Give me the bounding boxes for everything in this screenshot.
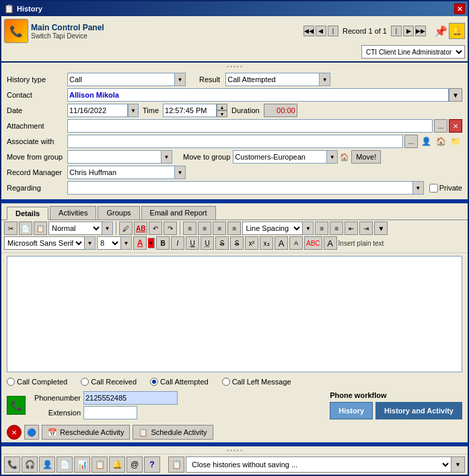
extension-input[interactable] — [83, 406, 137, 419]
history-type-arrow[interactable]: ▼ — [175, 73, 186, 86]
attachment-input[interactable] — [67, 119, 433, 133]
final-bell-button[interactable]: 🔔 — [109, 456, 125, 473]
list-button[interactable]: ≡ — [315, 222, 328, 235]
move-button[interactable]: Move! — [351, 150, 381, 164]
font-color-dropdown[interactable]: ▼ — [148, 238, 155, 248]
style-select[interactable]: Normal — [48, 222, 102, 235]
nav-prev-button[interactable]: ◀ — [316, 26, 326, 36]
line-spacing-select[interactable]: Line Spacing — [242, 222, 303, 235]
font-color-button[interactable]: A — [133, 236, 147, 250]
radio-call-attempted[interactable]: Call Attempted — [150, 378, 209, 386]
final-report-button[interactable]: 📋 — [168, 456, 184, 473]
close-button[interactable]: ✕ — [454, 3, 465, 14]
editor-content[interactable] — [7, 256, 462, 372]
decrease-indent-button[interactable]: ⇤ — [345, 222, 358, 235]
time-down-button[interactable]: ▼ — [217, 110, 227, 117]
associate-folder-icon[interactable]: 📁 — [449, 135, 462, 148]
stop-button[interactable]: ✕ — [7, 425, 22, 440]
superscript-button[interactable]: x² — [245, 236, 258, 250]
align-center-button[interactable]: ≡ — [198, 222, 211, 235]
redo-button[interactable]: ↷ — [164, 222, 177, 235]
move-to-icon[interactable]: 🏠 — [338, 150, 351, 164]
align-right-button[interactable]: ≡ — [213, 222, 226, 235]
pin-button[interactable]: 📌 — [434, 25, 447, 38]
more-button[interactable]: ▼ — [374, 222, 388, 235]
rec-mgr-arrow[interactable]: ▼ — [175, 166, 186, 179]
align-left-button[interactable]: ≡ — [183, 222, 196, 235]
final-phone-button[interactable]: 📞 — [4, 456, 20, 473]
spell-check-button[interactable]: ABC — [304, 236, 322, 250]
schedule-activity-button[interactable]: 📋 Schedule Activity — [133, 425, 213, 440]
date-arrow[interactable]: ▼ — [128, 104, 139, 117]
radio-call-received[interactable]: Call Received — [81, 378, 137, 386]
reschedule-activity-button[interactable]: 📅 Reschedule Activity — [42, 425, 130, 440]
format-button[interactable]: AB — [134, 222, 147, 235]
final-person-button[interactable]: 👤 — [39, 456, 55, 473]
strikethrough2-button[interactable]: S — [230, 236, 244, 250]
copy-button[interactable]: 📄 — [19, 222, 32, 235]
font-family-select[interactable]: Microsoft Sans Serif — [4, 236, 85, 250]
style-arrow[interactable]: ▼ — [102, 222, 113, 235]
final-chart-button[interactable]: 📊 — [74, 456, 90, 473]
reduce-button[interactable]: A — [289, 236, 303, 250]
final-info-button[interactable]: ? — [144, 456, 160, 473]
contact-input[interactable]: Allison Mikola — [67, 88, 449, 102]
line-spacing-arrow[interactable]: ▼ — [303, 222, 314, 235]
tab-activities[interactable]: Activities — [50, 206, 96, 219]
date-input[interactable] — [67, 104, 128, 117]
tab-email-report[interactable]: Email and Report — [141, 206, 216, 219]
font-size-arrow[interactable]: ▼ — [121, 236, 132, 250]
contact-dropdown-button[interactable]: ▼ — [449, 88, 462, 102]
history-activity-workflow-button[interactable]: History and Activity — [375, 402, 462, 419]
yellow-action-button[interactable]: 🔔 — [449, 23, 465, 39]
phone-number-input[interactable] — [83, 391, 178, 405]
tab-details[interactable]: Details — [7, 207, 48, 220]
final-email-button[interactable]: @ — [127, 456, 143, 473]
associate-browse-button[interactable]: ... — [404, 135, 418, 148]
history-type-select[interactable]: Call — [67, 73, 175, 86]
separator-dots-2[interactable]: • • • • • — [1, 446, 468, 454]
move-to-select[interactable]: Customers-European — [233, 150, 327, 164]
bold-button[interactable]: B — [156, 236, 170, 250]
nav-next-button[interactable]: ▶ — [403, 26, 414, 36]
final-list-button[interactable]: 📋 — [92, 456, 108, 473]
font-size-select[interactable]: 8 — [97, 236, 121, 250]
associate-home-icon[interactable]: 🏠 — [434, 135, 447, 148]
nav-last-button[interactable]: ▶▶ — [415, 26, 426, 36]
underline2-button[interactable]: U — [201, 236, 214, 250]
regarding-select[interactable] — [67, 181, 413, 195]
italic-button[interactable]: I — [171, 236, 184, 250]
numbered-list-button[interactable]: ≡ — [330, 222, 343, 235]
close-histories-arrow[interactable]: ▼ — [452, 456, 465, 473]
strikethrough-button[interactable]: S — [215, 236, 229, 250]
time-input[interactable] — [163, 104, 217, 117]
cut-button[interactable]: ✂ — [4, 222, 17, 235]
radio-call-completed[interactable]: Call Completed — [7, 378, 67, 386]
radio-call-left-message[interactable]: Call Left Message — [222, 378, 291, 386]
associate-person-icon[interactable]: 👤 — [419, 135, 433, 148]
history-workflow-button[interactable]: History — [330, 402, 373, 419]
separator-dots-1[interactable]: • • • • • — [1, 63, 468, 70]
result-select[interactable]: Call Attempted — [225, 73, 320, 86]
tab-groups[interactable]: Groups — [98, 206, 139, 219]
cti-select[interactable]: CTI Client Line Administrator — [361, 45, 465, 59]
highlight-button[interactable]: 🖊 — [119, 222, 133, 235]
nav-first-button[interactable]: ◀◀ — [303, 26, 314, 36]
undo-button[interactable]: ↶ — [149, 222, 162, 235]
activity-icon-1[interactable]: 🔵 — [24, 425, 39, 440]
private-checkbox[interactable] — [429, 184, 438, 193]
enlarge-button[interactable]: A — [275, 236, 288, 250]
final-doc-button[interactable]: 📄 — [57, 456, 73, 473]
associate-input[interactable] — [67, 135, 403, 148]
paste-button[interactable]: 📋 — [34, 222, 47, 235]
move-from-arrow[interactable]: ▼ — [161, 150, 172, 164]
time-up-button[interactable]: ▲ — [217, 104, 227, 110]
regarding-arrow[interactable]: ▼ — [413, 181, 424, 195]
close-histories-select[interactable]: Close histories without saving ... — [186, 456, 452, 473]
plain-text-a-button[interactable]: A — [324, 236, 337, 250]
font-family-arrow[interactable]: ▼ — [85, 236, 96, 250]
increase-indent-button[interactable]: ⇥ — [359, 222, 373, 235]
subscript-button[interactable]: x₂ — [260, 236, 273, 250]
final-headset-button[interactable]: 🎧 — [22, 456, 38, 473]
attachment-browse-button[interactable]: ... — [434, 119, 447, 133]
